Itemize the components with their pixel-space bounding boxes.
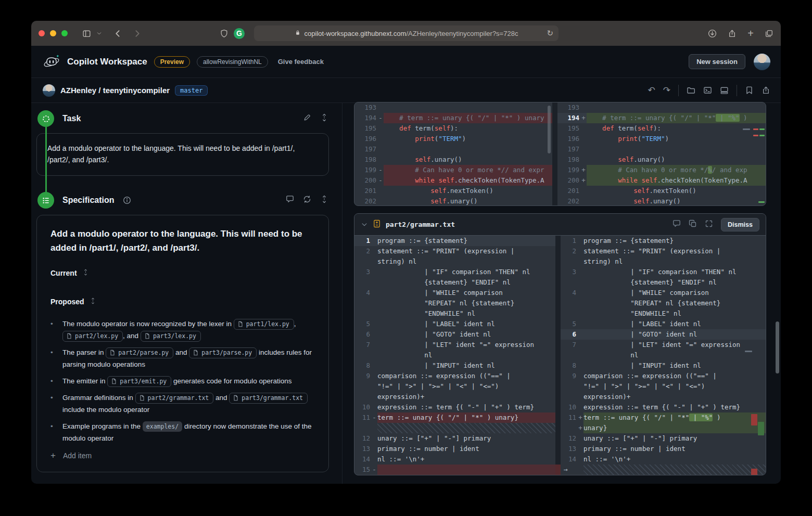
diff-row: 8 | "INPUT" ident nl bbox=[561, 360, 766, 371]
terminal-icon[interactable] bbox=[703, 86, 712, 95]
pane-divider bbox=[552, 102, 557, 205]
file-name[interactable]: part2/grammar.txt bbox=[386, 221, 455, 228]
collapse-chevron-icon[interactable] bbox=[361, 221, 368, 228]
diff-row: 11+term ::= unary {( "/" | "*" | "%" ) bbox=[561, 412, 766, 423]
file-chip[interactable]: part1/lex.py bbox=[234, 319, 294, 330]
repo-breadcrumb[interactable]: AZHenley / teenytinycompiler bbox=[60, 86, 170, 95]
privacy-shield-icon[interactable] bbox=[220, 29, 229, 38]
file-icon bbox=[109, 350, 116, 356]
plus-icon: + bbox=[50, 450, 56, 461]
resize-section-icon[interactable] bbox=[320, 195, 328, 205]
bullet-icon: • bbox=[50, 420, 56, 444]
grammar-diff-body: 1program ::= {statement}2statement ::= "… bbox=[354, 236, 766, 475]
file-icon bbox=[237, 321, 244, 327]
file-chip[interactable]: part2/grammar.txt bbox=[135, 393, 214, 404]
diff-row: 199- # Can have 0 or more *// and expr bbox=[354, 165, 552, 175]
give-feedback-link[interactable]: Give feedback bbox=[278, 58, 324, 66]
browser-toolbar: G copilot-workspace.githubnext.com/AZHen… bbox=[31, 21, 781, 46]
diff-row: 194- # term ::= unary {( "/" | "*" ) una… bbox=[354, 113, 552, 123]
task-title: Task bbox=[62, 114, 81, 123]
info-icon[interactable] bbox=[123, 196, 131, 204]
browser-window: G copilot-workspace.githubnext.com/AZHen… bbox=[31, 21, 781, 484]
diff-row: 195 def term(self): bbox=[557, 123, 766, 134]
new-tab-icon[interactable]: + bbox=[747, 28, 754, 38]
comment-icon[interactable] bbox=[673, 220, 681, 230]
branch-badge[interactable]: master bbox=[175, 85, 208, 96]
minimap-mark bbox=[745, 351, 752, 352]
file-chip[interactable]: part2/parse.py bbox=[106, 347, 173, 358]
code-pill: examples/ bbox=[143, 421, 182, 432]
regenerate-icon[interactable] bbox=[303, 195, 311, 205]
diff-row: 12unary ::= ["+" | "-"] primary bbox=[561, 433, 766, 444]
diff-row: 198 self.unary() bbox=[557, 154, 766, 165]
sidebar-icon[interactable] bbox=[82, 29, 91, 38]
expand-proposed-icon[interactable] bbox=[90, 297, 96, 306]
task-body: Add a modulo operator to the language. T… bbox=[47, 144, 295, 164]
user-avatar[interactable] bbox=[754, 54, 770, 70]
zoom-window-button[interactable] bbox=[61, 30, 68, 36]
share-icon[interactable] bbox=[728, 29, 737, 38]
resize-section-icon[interactable] bbox=[320, 113, 328, 124]
chevron-down-icon[interactable] bbox=[96, 31, 102, 36]
diff-row: 193 bbox=[557, 102, 766, 113]
close-window-button[interactable] bbox=[39, 30, 45, 36]
goto-change-arrow-icon[interactable]: → bbox=[561, 465, 583, 475]
copy-icon[interactable] bbox=[689, 220, 697, 230]
grammar-diff-panel: part2/grammar.txt Dismiss 1program bbox=[354, 213, 766, 475]
address-bar[interactable]: copilot-workspace.githubnext.com/AZHenle… bbox=[254, 25, 559, 41]
diff-row: "REPEAT" nl {statement} bbox=[561, 298, 766, 308]
downloads-icon[interactable] bbox=[708, 29, 717, 38]
reload-icon[interactable]: ↻ bbox=[547, 29, 553, 38]
files-folder-icon[interactable] bbox=[687, 86, 695, 95]
file-icon bbox=[139, 395, 145, 401]
window-scrollbar[interactable] bbox=[776, 321, 779, 373]
undo-icon[interactable]: ↶ bbox=[648, 86, 655, 95]
diff-row: "!=" | ">" | ">=" | "<" | "<=") bbox=[561, 381, 766, 392]
diff-row: 1program ::= {statement} bbox=[561, 236, 766, 246]
diff-row: 3 | "IF" comparison "THEN" nl bbox=[354, 267, 555, 277]
bookmark-icon[interactable] bbox=[745, 86, 754, 95]
export-share-icon[interactable] bbox=[762, 86, 770, 95]
new-session-button[interactable]: New session bbox=[689, 54, 745, 69]
diff-row: 6 | "GOTO" ident nl bbox=[561, 329, 766, 340]
forward-icon[interactable] bbox=[133, 29, 142, 38]
pane-scrollbar[interactable] bbox=[548, 106, 551, 153]
diff-row: nl bbox=[561, 350, 766, 360]
back-icon[interactable] bbox=[113, 29, 122, 38]
file-chip[interactable]: part3/lex.py bbox=[141, 331, 201, 342]
specification-card: Add a modulo operator to the language. T… bbox=[36, 215, 329, 472]
codespace-machine-icon[interactable] bbox=[720, 86, 729, 95]
file-chip[interactable]: part2/lex.py bbox=[62, 331, 123, 342]
pane-divider bbox=[555, 236, 561, 475]
minimap-mark bbox=[759, 128, 765, 130]
tabs-overview-icon[interactable] bbox=[765, 29, 773, 38]
spec-bullet: •Grammar definitions in part2/grammar.tx… bbox=[50, 392, 315, 416]
file-chip[interactable]: part3/grammar.txt bbox=[229, 393, 308, 404]
comment-icon[interactable] bbox=[286, 195, 294, 205]
grammarly-extension-icon[interactable]: G bbox=[234, 28, 245, 39]
diff-row: 3 | "IF" comparison "THEN" nl bbox=[561, 267, 766, 277]
diff-row: nl bbox=[354, 350, 555, 360]
fullscreen-icon[interactable] bbox=[705, 220, 713, 230]
bullet-icon: • bbox=[50, 346, 56, 370]
add-item-button[interactable]: + Add item bbox=[50, 450, 315, 461]
expand-current-icon[interactable] bbox=[82, 268, 89, 278]
specification-status-icon bbox=[37, 192, 54, 209]
diff-new-pane: 1program ::= {statement}2statement ::= "… bbox=[561, 236, 766, 475]
file-chip[interactable]: part3/parse.py bbox=[189, 347, 257, 358]
diff-row: 11-term ::= unary {( "/" | "*" ) unary} bbox=[354, 412, 555, 423]
diff-row: 2statement ::= "PRINT" (expression | bbox=[354, 246, 555, 256]
task-card[interactable]: Add a modulo operator to the language. T… bbox=[36, 133, 329, 176]
minimap-mark bbox=[758, 422, 764, 435]
diff-row: 7 | "LET" ident "=" expression bbox=[354, 340, 555, 350]
diff-row: "!=" | ">" | ">=" | "<" | "<=") bbox=[354, 381, 555, 392]
minimize-window-button[interactable] bbox=[50, 30, 56, 36]
edit-task-icon[interactable] bbox=[303, 113, 311, 124]
minimap-mark bbox=[743, 128, 750, 130]
diff-row: 1program ::= {statement} bbox=[354, 236, 555, 246]
diff-row: string) nl bbox=[561, 256, 766, 267]
redo-icon[interactable]: ↷ bbox=[663, 86, 670, 95]
bullet-icon: • bbox=[50, 318, 56, 342]
file-chip[interactable]: part3/emit.py bbox=[107, 376, 171, 387]
dismiss-button[interactable]: Dismiss bbox=[721, 218, 759, 231]
